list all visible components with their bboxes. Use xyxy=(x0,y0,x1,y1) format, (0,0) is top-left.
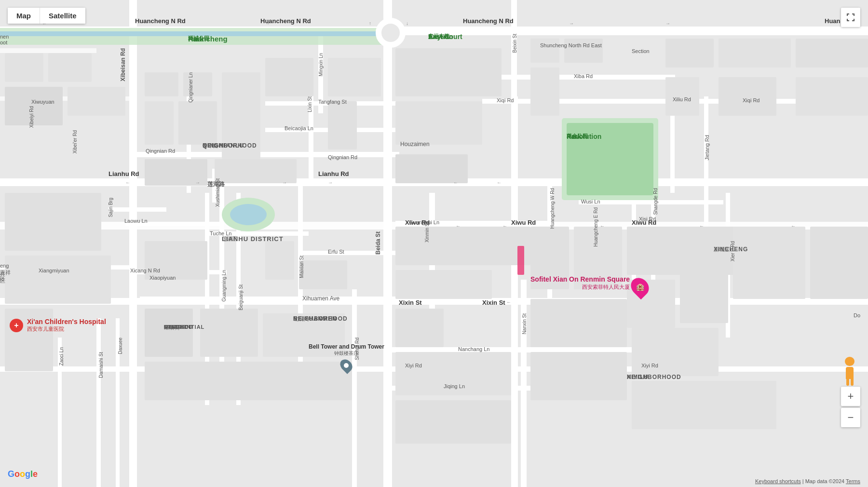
svg-rect-69 xyxy=(265,58,313,96)
hotel-name-cn: 西安索菲特人民大厦 xyxy=(530,284,630,291)
svg-text:→: → xyxy=(569,21,574,26)
pegman-streetview[interactable] xyxy=(841,357,858,386)
svg-rect-95 xyxy=(395,309,444,347)
svg-rect-70 xyxy=(328,58,381,96)
svg-rect-62 xyxy=(5,256,111,304)
svg-rect-58 xyxy=(48,53,92,82)
hospital-name-en: Xi'an Children's Hospital xyxy=(27,318,106,325)
svg-text:←: ← xyxy=(502,223,507,229)
svg-rect-107 xyxy=(530,352,627,400)
svg-rect-83 xyxy=(665,77,699,116)
svg-rect-46 xyxy=(207,231,309,236)
bell-tower-name-en: Bell Tower and Drum Tower xyxy=(309,343,384,350)
svg-text:→: → xyxy=(282,180,287,185)
svg-text:→: → xyxy=(195,180,200,185)
map-type-control: Map Satellite xyxy=(8,8,85,24)
svg-rect-106 xyxy=(632,328,719,376)
svg-rect-109 xyxy=(517,246,524,275)
poi-bell-tower[interactable]: Bell Tower and Drum Tower 钟鼓楼茶庄 xyxy=(309,343,384,372)
svg-text:→: → xyxy=(665,21,670,26)
map-background: → → → ← ← ← → ↑ ↓ → → ← ← ← ← ← ← ← xyxy=(0,0,868,487)
svg-point-56 xyxy=(230,204,267,225)
svg-rect-68 xyxy=(222,72,260,159)
svg-rect-54 xyxy=(567,123,653,195)
svg-rect-16 xyxy=(383,0,392,487)
svg-rect-17 xyxy=(511,96,518,487)
map-type-satellite-button[interactable]: Satellite xyxy=(40,8,85,24)
svg-rect-52 xyxy=(0,31,391,36)
svg-rect-76 xyxy=(395,154,468,183)
svg-rect-80 xyxy=(665,39,714,68)
svg-rect-65 xyxy=(183,72,212,96)
svg-text:→: → xyxy=(328,180,333,185)
svg-text:←: ← xyxy=(125,180,130,185)
zoom-in-button[interactable]: + xyxy=(841,387,860,406)
poi-hospital[interactable]: + Xi'an Children's Hospital 西安市儿童医院 xyxy=(10,318,106,333)
svg-rect-71 xyxy=(328,101,357,149)
svg-rect-64 xyxy=(145,72,178,96)
svg-text:←: ← xyxy=(456,223,461,229)
svg-rect-36 xyxy=(116,318,120,487)
svg-rect-85 xyxy=(796,77,868,116)
svg-rect-89 xyxy=(145,309,193,357)
keyboard-shortcuts-link[interactable]: Keyboard shortcuts xyxy=(755,478,801,484)
hotel-name-en: Sofitel Xian On Renmin Square xyxy=(530,275,630,284)
svg-rect-78 xyxy=(564,39,603,63)
svg-text:→: → xyxy=(265,21,270,26)
terms-link[interactable]: Terms xyxy=(846,478,860,484)
svg-rect-41 xyxy=(129,152,399,157)
svg-rect-104 xyxy=(810,227,868,299)
svg-rect-19 xyxy=(511,0,517,96)
svg-rect-15 xyxy=(129,0,137,487)
svg-rect-66 xyxy=(145,101,174,145)
svg-text:↑: ↑ xyxy=(369,21,371,26)
svg-rect-90 xyxy=(200,309,258,357)
svg-text:←: ← xyxy=(699,223,704,229)
svg-rect-47 xyxy=(108,207,166,212)
svg-rect-82 xyxy=(796,39,868,68)
svg-rect-20 xyxy=(521,280,527,487)
svg-rect-44 xyxy=(395,221,555,225)
svg-rect-105 xyxy=(530,299,627,347)
fullscreen-button[interactable] xyxy=(841,8,860,27)
svg-rect-77 xyxy=(530,39,559,63)
svg-rect-84 xyxy=(719,77,776,116)
svg-text:←: ← xyxy=(600,223,605,229)
svg-rect-28 xyxy=(352,289,357,487)
svg-rect-93 xyxy=(395,227,530,265)
svg-rect-75 xyxy=(395,101,482,145)
svg-rect-51 xyxy=(0,28,391,45)
svg-rect-96 xyxy=(395,352,511,395)
svg-rect-108 xyxy=(632,381,776,429)
svg-text:←: ← xyxy=(506,299,511,305)
svg-rect-88 xyxy=(299,260,347,289)
map-attribution: Keyboard shortcuts | Map data ©2024 Term… xyxy=(755,478,860,484)
svg-rect-94 xyxy=(395,270,492,299)
svg-rect-48 xyxy=(125,222,222,226)
svg-rect-97 xyxy=(395,400,511,444)
bell-tower-name-cn: 钟鼓楼茶庄 xyxy=(334,350,358,357)
svg-rect-35 xyxy=(58,338,62,487)
map-container: → → → ← ← ← → ↑ ↓ → → ← ← ← ← ← ← ← Huan… xyxy=(0,0,868,487)
map-data-label: Map data ©2024 xyxy=(805,478,845,484)
svg-rect-59 xyxy=(5,87,63,125)
map-type-map-button[interactable]: Map xyxy=(8,8,40,24)
svg-text:↓: ↓ xyxy=(406,21,408,26)
zoom-controls: + − xyxy=(841,387,860,429)
svg-rect-60 xyxy=(68,87,125,116)
svg-rect-67 xyxy=(178,101,217,145)
svg-rect-57 xyxy=(5,53,43,82)
svg-rect-45 xyxy=(299,251,395,255)
svg-rect-39 xyxy=(0,48,96,53)
svg-rect-34 xyxy=(96,318,101,487)
poi-hotel[interactable]: Sofitel Xian On Renmin Square 西安索菲特人民大厦 … xyxy=(530,275,648,297)
svg-text:←: ← xyxy=(791,223,796,229)
google-logo: Google xyxy=(8,469,38,479)
svg-rect-61 xyxy=(5,193,101,251)
svg-text:←: ← xyxy=(453,180,458,185)
svg-text:←: ← xyxy=(497,180,502,185)
svg-rect-87 xyxy=(265,241,294,280)
zoom-out-button[interactable]: − xyxy=(841,408,860,427)
svg-rect-103 xyxy=(733,227,805,299)
svg-point-110 xyxy=(379,21,403,45)
